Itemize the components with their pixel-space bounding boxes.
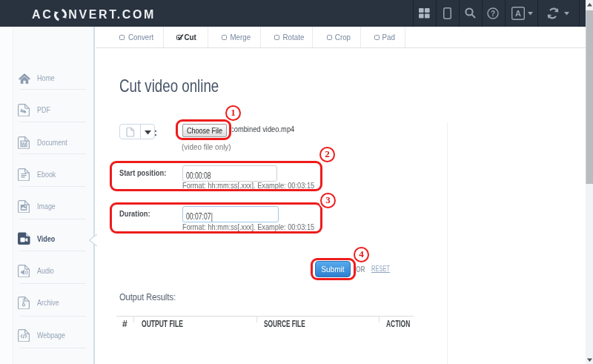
svg-text:?: ? (491, 10, 495, 18)
svg-text:A: A (515, 9, 521, 18)
svg-text:W: W (21, 140, 27, 147)
